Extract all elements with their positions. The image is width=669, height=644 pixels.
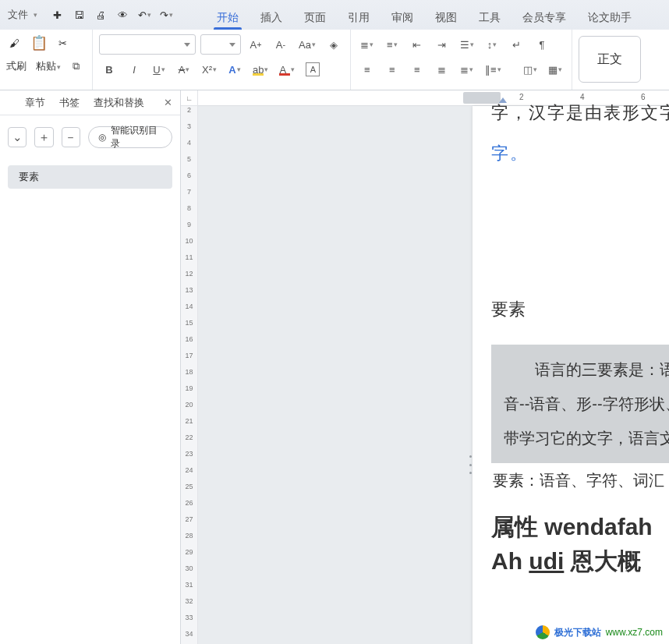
- nav-tab-chapter[interactable]: 章节: [25, 96, 45, 110]
- group-clipboard: 🖌 📋 ✂ 式刷 粘贴▾ ⧉: [0, 30, 93, 90]
- clear-format-button[interactable]: ◈: [324, 34, 344, 55]
- tab-home[interactable]: 开始: [215, 11, 240, 30]
- nav-tab-bookmark[interactable]: 书签: [59, 96, 80, 110]
- chevron-down-icon: ▾: [34, 11, 37, 19]
- style-normal[interactable]: 正文: [579, 36, 641, 83]
- ruler-tick: 30: [181, 564, 197, 572]
- tab-ref[interactable]: 引用: [346, 11, 371, 30]
- ruler-tick: 34: [181, 630, 197, 638]
- menu-tabs: 开始 插入 页面 引用 审阅 视图 工具 会员专享 论文助手: [215, 0, 633, 30]
- ruler-tick: 22: [181, 433, 197, 441]
- nav-tab-find[interactable]: 查找和替换: [94, 96, 144, 110]
- font-size-combo[interactable]: [200, 34, 241, 55]
- ribbon: 🖌 📋 ✂ 式刷 粘贴▾ ⧉ A+ A- Aa▾ ◈: [0, 30, 669, 90]
- remove-button[interactable]: －: [62, 127, 80, 147]
- file-menu[interactable]: 文件 ▾: [0, 0, 45, 30]
- highlight-button[interactable]: ab▾: [250, 59, 271, 80]
- close-icon[interactable]: ✕: [164, 97, 172, 108]
- save-icon[interactable]: 🖫: [69, 5, 89, 25]
- text-direction-button[interactable]: ☰▾: [457, 34, 477, 55]
- ruler-tick: 2: [181, 106, 197, 114]
- bullets-button[interactable]: ≣▾: [357, 34, 377, 55]
- strike-button[interactable]: A▾: [174, 59, 194, 80]
- text-effect-button[interactable]: A▾: [225, 59, 245, 80]
- sel-line2: 音--语音、形--字符形状、: [504, 395, 669, 412]
- font-color-button[interactable]: A▾: [276, 59, 298, 80]
- ruler-tick: 25: [181, 483, 197, 490]
- show-marks-button[interactable]: ¶: [532, 34, 552, 55]
- sort-button[interactable]: ↕▾: [482, 34, 502, 55]
- watermark: 极光下载站 www.xz7.com: [536, 625, 663, 639]
- selected-text-block[interactable]: 语言的三要素是：语 音--语音、形--字符形状、 带学习它的文字，语言文: [491, 345, 669, 463]
- ruler-tick: 8: [181, 204, 197, 212]
- indent-dec-button[interactable]: ⇤: [407, 34, 427, 55]
- superscript-button[interactable]: X²▾: [199, 59, 220, 80]
- document-canvas[interactable]: 246810 字，汉字是由表形文字进 字。 要素 语言的三要素是：语 音--语音…: [198, 90, 669, 644]
- char-shading-button[interactable]: A: [303, 59, 323, 80]
- copy-button[interactable]: ⧉: [65, 56, 86, 76]
- outline-item[interactable]: 要素: [8, 165, 172, 189]
- paste-button[interactable]: 📋: [27, 34, 51, 51]
- tab-review[interactable]: 审阅: [390, 11, 415, 30]
- bold-button[interactable]: B: [99, 59, 119, 80]
- line-break-button[interactable]: ↵: [507, 34, 527, 55]
- font-name-combo[interactable]: [99, 34, 196, 55]
- ruler-tick: 4: [580, 93, 585, 101]
- smart-toc-button[interactable]: ◎ 智能识别目录: [88, 126, 172, 148]
- clipped-text-top: 字，汉字是由表形文字进: [491, 101, 669, 125]
- cut-button[interactable]: ✂: [55, 37, 70, 49]
- tab-insert[interactable]: 插入: [259, 11, 284, 30]
- shrink-font-button[interactable]: A-: [271, 34, 291, 55]
- borders-button[interactable]: ▦▾: [545, 59, 565, 80]
- workspace: 章节 书签 查找和替换 ✕ ⌄ ＋ － ◎ 智能识别目录 要素 ∟ 234567…: [0, 90, 669, 644]
- format-painter-button[interactable]: 🖌: [6, 37, 23, 49]
- nav-tabs: 章节 书签 查找和替换 ✕: [0, 90, 180, 115]
- ruler-tick: 21: [181, 417, 197, 425]
- align-justify-button[interactable]: ≣: [432, 59, 452, 80]
- tab-tools[interactable]: 工具: [477, 11, 502, 30]
- ruler-tick: 17: [181, 352, 197, 359]
- tab-page[interactable]: 页面: [303, 11, 327, 30]
- align-center-button[interactable]: ≡: [382, 59, 402, 80]
- tab-view[interactable]: 视图: [434, 11, 458, 30]
- redo-icon[interactable]: ↷▾: [156, 5, 176, 25]
- ruler-tick: 31: [181, 581, 197, 589]
- ruler-tick: 20: [181, 401, 197, 409]
- ruler-tick: 13: [181, 286, 197, 294]
- italic-button[interactable]: I: [124, 59, 144, 80]
- title-bar: 文件 ▾ ✚ 🖫 🖨 👁 ↶▾ ↷▾ 开始 插入 页面 引用 审阅 视图 工具 …: [0, 0, 669, 30]
- align-right-button[interactable]: ≡: [407, 59, 427, 80]
- ruler-tick: 18: [181, 368, 197, 376]
- grow-font-button[interactable]: A+: [246, 34, 266, 55]
- ruler-tick: 4: [181, 139, 197, 147]
- group-font: A+ A- Aa▾ ◈ B I U▾ A▾ X²▾ A▾ ab▾ A▾ A: [93, 30, 351, 90]
- page[interactable]: 字，汉字是由表形文字进 字。 要素 语言的三要素是：语 音--语音、形--字符形…: [473, 106, 669, 644]
- print-icon[interactable]: 🖨: [90, 5, 111, 25]
- tab-member[interactable]: 会员专享: [521, 11, 568, 30]
- nav-tab-outline-first[interactable]: [8, 97, 11, 108]
- underline-button[interactable]: U▾: [149, 59, 169, 80]
- ruler-tick: 12: [181, 270, 197, 278]
- numbering-button[interactable]: ≡▾: [382, 34, 402, 55]
- scissors-icon: ✂: [58, 37, 67, 49]
- ruler-tick: 6: [181, 172, 197, 179]
- expand-button[interactable]: ＋: [34, 127, 53, 147]
- new-doc-icon[interactable]: ✚: [47, 5, 67, 25]
- watermark-url: www.xz7.com: [606, 627, 663, 638]
- chevron-down-icon: [184, 43, 190, 47]
- ruler-tick: 7: [181, 188, 197, 196]
- ruler-tick: 10: [181, 237, 197, 245]
- undo-icon[interactable]: ↶▾: [134, 5, 154, 25]
- shading-button[interactable]: ◫▾: [520, 59, 540, 80]
- indent-inc-button[interactable]: ⇥: [432, 34, 452, 55]
- change-case-button[interactable]: Aa▾: [296, 34, 319, 55]
- line-spacing-button[interactable]: ‖≡▾: [482, 59, 504, 80]
- align-left-button[interactable]: ≡: [357, 59, 377, 80]
- distribute-button[interactable]: ≣▾: [457, 59, 477, 80]
- collapse-button[interactable]: ⌄: [8, 127, 27, 147]
- print-preview-icon[interactable]: 👁: [112, 5, 133, 25]
- navigation-pane: 章节 书签 查找和替换 ✕ ⌄ ＋ － ◎ 智能识别目录 要素: [0, 90, 181, 644]
- tab-thesis[interactable]: 论文助手: [586, 11, 633, 30]
- sel-line3: 带学习它的文字，语言文: [504, 430, 669, 447]
- paste-label[interactable]: 粘贴▾: [36, 59, 61, 73]
